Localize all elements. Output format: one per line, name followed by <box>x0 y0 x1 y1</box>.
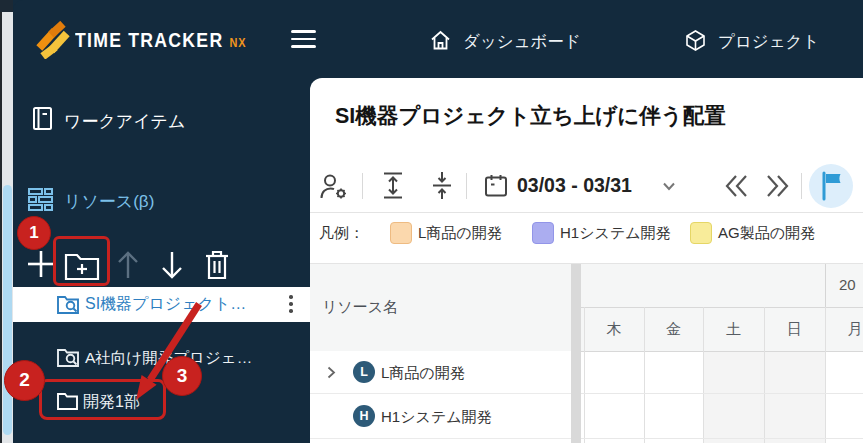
next-period-button[interactable] <box>762 172 792 200</box>
weekday-header: 土 <box>703 320 764 339</box>
expand-rows-button[interactable] <box>379 170 407 201</box>
weekday-header: 金 <box>644 320 703 339</box>
grid-line <box>584 307 585 443</box>
logo-suffix-text: NX <box>230 35 247 50</box>
screen-left-edge <box>0 0 2 443</box>
weekend-column-shade <box>703 352 764 443</box>
tree-item-selected-plan[interactable]: SI機器プロジェクト… <box>13 287 310 322</box>
expand-chevron-icon[interactable] <box>325 365 337 380</box>
toolbar-separator <box>801 173 802 199</box>
legend-item-label: L商品の開発 <box>418 224 502 243</box>
page-title: SI機器プロジェクト立ち上げに伴う配置 <box>335 101 726 130</box>
resource-row-label: L商品の開発 <box>381 364 465 383</box>
annotation-box-dev1-folder <box>39 379 166 420</box>
workitem-book-icon <box>30 105 55 132</box>
resource-avatar: L <box>353 361 375 383</box>
add-button[interactable] <box>26 247 56 281</box>
weekday-header: 月 <box>825 320 863 339</box>
header-band-divider <box>581 307 863 308</box>
project-cube-icon <box>684 29 707 52</box>
resource-row[interactable]: L L商品の開発 <box>310 351 571 393</box>
grid-line <box>825 307 826 443</box>
nav-dashboard[interactable]: ダッシュボード <box>463 31 581 53</box>
annotation-box-add-folder <box>53 236 110 286</box>
resource-row[interactable]: H H1システム開発 <box>310 394 571 438</box>
legend-title: 凡例： <box>319 224 364 243</box>
annotation-badge-3: 3 <box>162 356 202 396</box>
resource-column-header: リソース名 <box>322 298 398 317</box>
assign-member-button[interactable] <box>318 171 349 202</box>
row-border <box>310 438 571 439</box>
delete-button[interactable] <box>202 249 232 281</box>
background-scrollbar <box>3 185 12 435</box>
app-title[interactable]: TIME TRACKER NX <box>75 28 246 52</box>
period-boundary-line <box>825 264 826 307</box>
date-range-value[interactable]: 03/03 - 03/31 <box>517 174 632 197</box>
screen-corner-cap <box>0 0 13 12</box>
resource-row-label: H1システム開発 <box>381 408 492 427</box>
collapse-rows-button[interactable] <box>428 170 456 201</box>
sidebar-item-resources[interactable]: リソース(β) <box>64 190 154 213</box>
prev-period-button[interactable] <box>722 172 752 200</box>
grid-line <box>703 307 704 443</box>
calendar-icon[interactable] <box>482 172 510 200</box>
legend-swatch-orange <box>390 222 412 244</box>
annotation-badge-2: 2 <box>4 360 45 401</box>
home-icon <box>429 29 452 52</box>
resource-grid-icon <box>27 186 54 213</box>
logo-title-text: TIME TRACKER <box>75 28 223 51</box>
hamburger-menu-icon[interactable] <box>291 30 316 53</box>
weekday-header: 木 <box>584 320 644 339</box>
more-options-icon[interactable] <box>289 295 293 316</box>
weekend-column-shade <box>764 352 825 443</box>
legend-swatch-purple <box>532 222 554 244</box>
app-window: TIME TRACKER NX ダッシュボード プロジェクト ワークアイテム リ… <box>0 0 863 443</box>
resource-column-header-cell: リソース名 <box>310 264 571 351</box>
period-label: 20 <box>839 276 856 293</box>
legend-item-label: H1システム開発 <box>560 224 671 243</box>
timetracker-logo-icon[interactable] <box>34 21 72 59</box>
chevron-down-icon[interactable] <box>658 179 680 195</box>
toolbar-separator <box>362 173 363 199</box>
grid-line <box>644 307 645 443</box>
nav-project[interactable]: プロジェクト <box>718 31 819 53</box>
legend-swatch-yellow <box>690 222 712 244</box>
milestone-flag-toggle[interactable] <box>809 164 853 208</box>
row-border <box>581 393 863 394</box>
move-up-button[interactable] <box>113 249 143 281</box>
move-down-button[interactable] <box>157 249 187 281</box>
divider <box>310 212 863 213</box>
row-border <box>581 438 863 439</box>
annotation-badge-1: 1 <box>17 216 51 250</box>
column-splitter-handle[interactable] <box>571 264 581 443</box>
folder-search-icon <box>55 345 81 371</box>
resource-avatar: H <box>353 405 375 427</box>
weekday-header: 日 <box>764 320 825 339</box>
grid-line <box>764 307 765 443</box>
timeline-grid: 20 木 金 土 日 月 <box>581 264 863 443</box>
toolbar-separator <box>466 173 467 199</box>
sidebar-item-workitems[interactable]: ワークアイテム <box>64 110 185 133</box>
tree-item-label: SI機器プロジェクト… <box>85 294 246 315</box>
folder-search-icon <box>55 292 81 318</box>
legend-item-label: AG製品の開発 <box>718 224 815 243</box>
